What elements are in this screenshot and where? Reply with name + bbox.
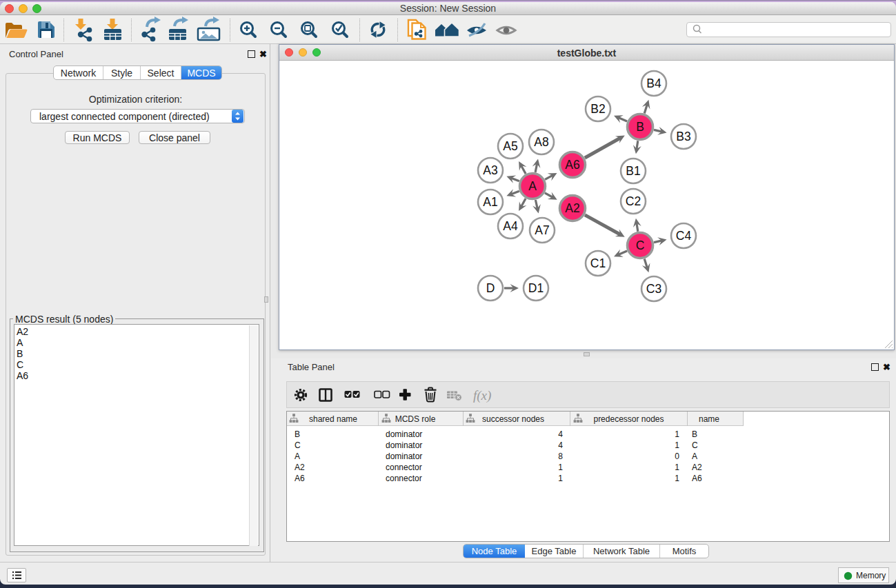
svg-text:C2: C2	[626, 194, 641, 208]
svg-text:B3: B3	[676, 130, 690, 143]
svg-text:A4: A4	[503, 219, 518, 233]
svg-text:f(x): f(x)	[473, 388, 491, 403]
svg-text:C: C	[636, 239, 645, 252]
svg-text:C1: C1	[590, 256, 606, 270]
svg-text:C4: C4	[676, 229, 692, 243]
svg-text:A3: A3	[483, 163, 497, 177]
svg-text:B4: B4	[646, 77, 661, 90]
svg-text:A8: A8	[534, 135, 548, 149]
svg-text:B: B	[636, 120, 644, 134]
svg-text:D1: D1	[528, 281, 544, 295]
svg-text:A5: A5	[503, 139, 517, 153]
svg-text:A2: A2	[565, 201, 579, 215]
svg-text:A7: A7	[535, 223, 549, 237]
svg-text:A: A	[528, 179, 537, 193]
svg-text:B2: B2	[590, 102, 605, 116]
svg-text:A6: A6	[565, 158, 579, 172]
svg-text:B1: B1	[626, 164, 640, 178]
svg-text:D: D	[486, 281, 495, 295]
svg-text:A1: A1	[483, 195, 497, 209]
svg-text:C3: C3	[646, 282, 661, 296]
